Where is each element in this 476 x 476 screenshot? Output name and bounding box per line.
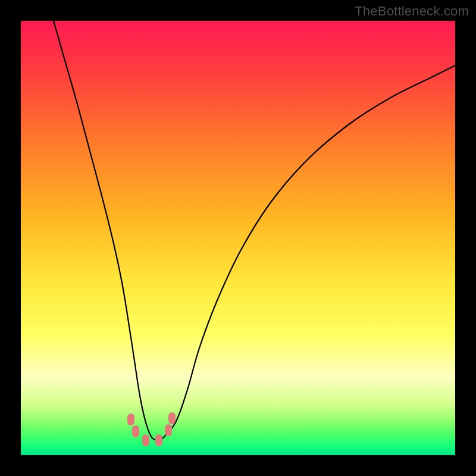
watermark-text: TheBottleneck.com — [355, 4, 469, 19]
marker-dot — [127, 414, 134, 425]
chart-frame: TheBottleneck.com — [0, 0, 476, 476]
marker-dot — [165, 424, 172, 436]
curve-svg — [21, 21, 455, 455]
curve-path — [54, 21, 455, 441]
marker-dot — [155, 434, 162, 446]
bottleneck-curve — [54, 21, 455, 441]
marker-dot — [132, 425, 139, 437]
marker-dot — [142, 434, 149, 446]
plot-area — [21, 21, 455, 455]
marker-dot — [168, 412, 176, 424]
minimum-markers — [127, 412, 176, 446]
